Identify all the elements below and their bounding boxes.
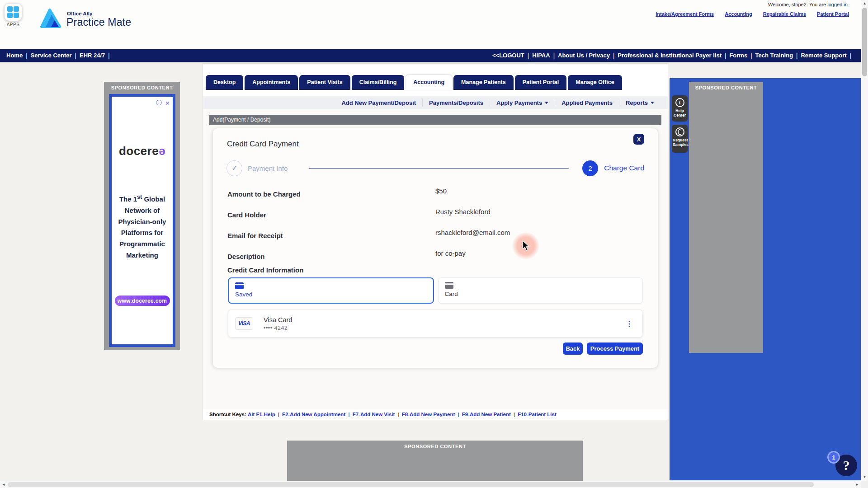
scroll-right-icon[interactable]: ►	[855, 483, 859, 487]
tab-accounting[interactable]: Accounting	[406, 75, 452, 90]
doceree-logo-accent: ǝ	[159, 144, 165, 158]
mouse-cursor	[522, 240, 530, 252]
payment-summary-fields: Amount to be Charged $50 Card Holder Rus…	[213, 187, 658, 270]
step2-label: Charge Card	[604, 164, 644, 172]
card-masked-number: •••• 4242	[264, 325, 292, 331]
navbar-right: <<LOGOUT | HIPAA | About Us / Privacy | …	[492, 52, 854, 59]
nav-home[interactable]: Home	[6, 52, 23, 59]
vertical-scrollbar[interactable]: ▲ ▼	[861, 0, 868, 481]
chevron-down-icon	[545, 102, 548, 104]
credit-card-payment-modal: X Credit Card Payment ✓ Payment Info 2 C…	[213, 128, 658, 368]
ad-info-icon[interactable]: ⓘ	[156, 99, 162, 107]
office-ally-logo-icon	[40, 8, 61, 28]
ad-close-icon[interactable]: ✕	[165, 100, 170, 107]
payment-method-options: Saved Card	[228, 277, 643, 304]
submenu-add-new-payment-deposit[interactable]: Add New Payment/Deposit	[335, 99, 422, 107]
step2-number: 2	[582, 160, 598, 176]
nav-ehr-247[interactable]: EHR 24/7	[80, 52, 105, 59]
payment-method-saved[interactable]: Saved	[228, 277, 434, 304]
tab-manage-office[interactable]: Manage Office	[568, 75, 622, 90]
main-navbar: Home | Service Center | EHR 24/7 | <<LOG…	[0, 49, 861, 62]
back-button[interactable]: Back	[563, 343, 583, 355]
submenu-payments-deposits[interactable]: Payments/Deposits	[422, 99, 490, 107]
vertical-scroll-thumb[interactable]	[862, 8, 867, 76]
brand-practice-mate: Practice Mate	[66, 16, 131, 28]
payment-method-card[interactable]: Card	[438, 277, 643, 304]
welcome-text: Welcome, stripe2. You are logged in.	[768, 2, 849, 7]
nav-logout[interactable]: <<LOGOUT	[492, 52, 524, 59]
nav-forms[interactable]: Forms	[729, 52, 747, 59]
link-patient-portal[interactable]: Patient Portal	[817, 11, 849, 17]
request-samples-button[interactable]: Request Samples	[672, 125, 688, 153]
separator: |	[528, 52, 529, 59]
separator: |	[850, 52, 851, 59]
shortcut-f10-patient-list[interactable]: F10-Patient List	[518, 412, 557, 417]
step1-check-icon: ✓	[226, 160, 242, 176]
tab-patient-visits[interactable]: Patient Visits	[299, 75, 350, 90]
amount-label: Amount to be Charged	[227, 187, 435, 198]
tab-manage-patients[interactable]: Manage Patients	[453, 75, 514, 90]
page-body: SPONSORED CONTENT ⓘ ✕ docereǝ The 1st Gl…	[0, 63, 861, 481]
apps-label: APPS	[2, 22, 24, 27]
nav-about-privacy[interactable]: About Us / Privacy	[558, 52, 610, 59]
shortcut-f8-add-payment[interactable]: F8-Add New Payment	[402, 412, 455, 417]
nav-service-center[interactable]: Service Center	[31, 52, 72, 59]
process-payment-button[interactable]: Process Payment	[587, 343, 643, 355]
request-samples-icon	[675, 127, 684, 136]
app-header: APPS Office Ally Practice Mate Welcome, …	[0, 0, 861, 49]
separator: |	[75, 52, 76, 59]
shortcut-keys-bar: Shortcut Keys: Alt F1-Help | F2-Add New …	[203, 409, 667, 419]
card-options-kebab-icon[interactable]: ⋮	[623, 318, 636, 330]
scroll-left-icon[interactable]: ◄	[2, 483, 5, 487]
nav-hipaa[interactable]: HIPAA	[532, 52, 550, 59]
brand-office-ally: Office Ally	[67, 11, 92, 16]
separator: |	[108, 52, 109, 59]
horizontal-scroll-thumb[interactable]	[8, 482, 814, 487]
amount-value: $50	[435, 187, 447, 195]
field-row-card-holder: Card Holder Rusty Shackleford	[213, 208, 658, 229]
main-content: Desktop Appointments Patient Visits Clai…	[203, 63, 668, 420]
accounting-submenu: Add New Payment/Deposit Payments/Deposit…	[203, 96, 668, 109]
submenu-reports[interactable]: Reports	[619, 99, 660, 107]
nav-remote-support[interactable]: Remote Support	[801, 52, 846, 59]
link-accounting[interactable]: Accounting	[725, 11, 752, 17]
chevron-down-icon	[651, 102, 654, 104]
doceree-url-button[interactable]: www.doceree.com	[115, 296, 170, 306]
shortcut-f7-add-visit[interactable]: F7-Add New Visit	[353, 412, 395, 417]
panel-title-bar: Add(Payment / Deposit)	[209, 115, 661, 125]
shortcut-alt-f1-help[interactable]: Alt F1-Help	[248, 412, 275, 417]
doceree-ad[interactable]: ⓘ ✕ docereǝ The 1st Global Network of Ph…	[109, 94, 175, 347]
nav-tech-training[interactable]: Tech Training	[755, 52, 793, 59]
payment-steps: ✓ Payment Info 2 Charge Card	[213, 159, 658, 177]
submenu-applied-payments[interactable]: Applied Payments	[555, 99, 619, 107]
help-center-icon: i	[675, 98, 684, 107]
card-name: Visa Card	[264, 316, 292, 324]
tab-desktop[interactable]: Desktop	[206, 75, 243, 90]
credit-card-info-title: Credit Card Information	[227, 266, 303, 274]
description-value: for co-pay	[435, 249, 466, 257]
shortcut-f2-add-appointment[interactable]: F2-Add New Appointment	[282, 412, 345, 417]
navbar-left: Home | Service Center | EHR 24/7 |	[6, 52, 113, 59]
tab-appointments[interactable]: Appointments	[245, 75, 298, 90]
shortcut-f9-add-patient[interactable]: F9-Add New Patient	[462, 412, 511, 417]
scroll-down-icon[interactable]: ▼	[861, 475, 868, 479]
module-tabs: Desktop Appointments Patient Visits Clai…	[206, 75, 622, 90]
link-repairable-claims[interactable]: Repairable Claims	[763, 11, 806, 17]
tab-claims-billing[interactable]: Claims/Billing	[352, 75, 405, 90]
card-holder-value: Rusty Shackleford	[435, 208, 491, 216]
link-intake-agreement-forms[interactable]: Intake/Agreement Forms	[656, 11, 714, 17]
sponsored-content-label: SPONSORED CONTENT	[287, 444, 583, 449]
tab-patient-portal[interactable]: Patient Portal	[515, 75, 567, 90]
modal-close-button[interactable]: X	[633, 134, 644, 145]
horizontal-scrollbar[interactable]: ◄ ►	[0, 481, 861, 488]
help-center-button[interactable]: i Help Center	[672, 95, 688, 122]
separator: |	[725, 52, 726, 59]
apps-launcher-button[interactable]	[5, 4, 22, 21]
separator: |	[553, 52, 555, 59]
saved-card-row[interactable]: VISA Visa Card •••• 4242 ⋮	[228, 310, 643, 338]
card-option-label: Card	[445, 291, 637, 297]
scroll-up-icon[interactable]: ▲	[861, 1, 868, 5]
submenu-apply-payments[interactable]: Apply Payments	[490, 99, 555, 107]
nav-payer-list[interactable]: Professional & Institutional Payer list	[618, 52, 722, 59]
credit-card-icon	[235, 282, 244, 289]
